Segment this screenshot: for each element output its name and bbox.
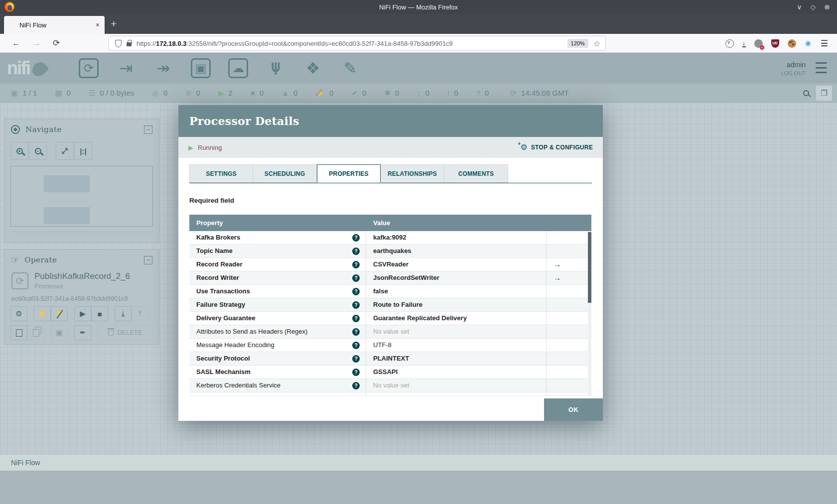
breadcrumb[interactable]: NiFi Flow bbox=[0, 454, 837, 471]
property-value-cell[interactable]: kafka:9092 bbox=[366, 231, 547, 244]
url-bar[interactable]: https://172.18.0.3:32558/nifi/?processGr… bbox=[109, 36, 606, 51]
window-minimize-icon[interactable]: ∨ bbox=[797, 3, 802, 11]
goto-cell[interactable]: → bbox=[547, 271, 588, 284]
property-value-cell[interactable]: CSVReader bbox=[366, 258, 547, 271]
property-row[interactable]: Record Writer?JsonRecordSetWriter→ bbox=[189, 271, 591, 285]
label-icon[interactable]: ✎ bbox=[338, 56, 362, 80]
global-menu-icon[interactable]: ☰ bbox=[815, 61, 828, 76]
property-row[interactable]: Security Protocol?PLAINTEXT bbox=[189, 352, 591, 366]
url-text[interactable]: https://172.18.0.3:32558/nifi/?processGr… bbox=[137, 40, 567, 47]
remote-process-group-icon[interactable]: ☁ bbox=[226, 56, 250, 80]
table-scrollbar[interactable] bbox=[588, 231, 591, 396]
new-tab-button[interactable]: + bbox=[111, 18, 117, 30]
tab-scheduling[interactable]: SCHEDULING bbox=[253, 164, 317, 183]
property-row[interactable]: Use Transactions?false bbox=[189, 285, 591, 298]
forward-button[interactable]: → bbox=[32, 38, 41, 48]
help-icon[interactable]: ? bbox=[352, 288, 360, 295]
process-group-icon[interactable]: ▣ bbox=[189, 56, 213, 80]
help-icon[interactable]: ? bbox=[352, 315, 360, 322]
help-icon[interactable]: ? bbox=[352, 395, 360, 396]
extension-asterisk-icon[interactable]: ✳ bbox=[805, 39, 811, 48]
scrollbar-thumb[interactable] bbox=[588, 232, 591, 303]
help-icon[interactable]: ? bbox=[352, 355, 360, 363]
property-value-cell[interactable]: earthquakes bbox=[366, 245, 547, 257]
property-value-cell[interactable]: false bbox=[366, 285, 547, 298]
property-row[interactable]: Failure Strategy?Route to Failure bbox=[189, 298, 591, 312]
zoom-out-button[interactable]: − bbox=[29, 142, 47, 160]
help-icon[interactable]: ? bbox=[352, 369, 360, 376]
output-port-icon[interactable]: ↠ bbox=[151, 56, 175, 80]
search-icon[interactable] bbox=[803, 90, 809, 96]
bookmark-star-icon[interactable]: ☆ bbox=[593, 39, 600, 48]
zoom-in-button[interactable]: + bbox=[10, 142, 28, 160]
start-button[interactable]: ▶ bbox=[74, 306, 91, 321]
stop-button[interactable]: ■ bbox=[91, 306, 108, 321]
property-value-cell[interactable]: JsonRecordSetWriter bbox=[366, 271, 547, 284]
help-icon[interactable]: ? bbox=[352, 248, 360, 255]
pocket-icon[interactable] bbox=[725, 39, 734, 48]
navigate-collapse-button[interactable]: − bbox=[144, 126, 152, 134]
tracking-protection-shield-icon[interactable] bbox=[115, 40, 122, 47]
input-port-icon[interactable]: ⇥ bbox=[114, 56, 138, 80]
operate-collapse-button[interactable]: − bbox=[144, 256, 152, 264]
window-close-icon[interactable]: ⊗ bbox=[824, 3, 830, 11]
refresh-icon[interactable]: ⟳ bbox=[510, 88, 516, 98]
copy-button[interactable] bbox=[10, 325, 27, 340]
help-icon[interactable]: ? bbox=[352, 342, 360, 349]
bulletin-panel-toggle[interactable]: ❐ bbox=[816, 86, 832, 101]
paste-button[interactable] bbox=[27, 325, 44, 340]
property-row[interactable]: Delivery Guarantee?Guarantee Replicated … bbox=[189, 312, 591, 325]
property-row[interactable]: Kafka Brokers?kafka:9092 bbox=[189, 231, 591, 245]
zoom-actual-button[interactable]: |:| bbox=[74, 142, 92, 160]
tab-close-icon[interactable]: × bbox=[92, 21, 100, 29]
stop-and-configure-button[interactable]: ⚙ STOP & CONFIGURE bbox=[520, 143, 593, 151]
window-maximize-icon[interactable]: ◇ bbox=[810, 3, 816, 11]
configure-button[interactable]: ⚙ bbox=[10, 306, 27, 321]
birdseye-minimap[interactable] bbox=[10, 166, 153, 227]
property-row[interactable]: Message Header Encoding?UTF-8 bbox=[189, 339, 591, 352]
change-color-button[interactable]: ✒ bbox=[74, 325, 91, 340]
page-zoom-badge[interactable]: 120% bbox=[567, 39, 588, 48]
property-value-cell[interactable]: Route to Failure bbox=[366, 298, 547, 311]
save-template-button[interactable]: ⤓ bbox=[115, 306, 132, 321]
funnel-icon[interactable]: ⋔ bbox=[264, 56, 287, 80]
tab-properties[interactable]: PROPERTIES bbox=[317, 164, 381, 183]
enable-button[interactable]: ⚡ bbox=[34, 306, 51, 321]
tab-settings[interactable]: SETTINGS bbox=[189, 164, 253, 183]
processor-icon[interactable]: ⟳ bbox=[77, 56, 101, 80]
template-icon[interactable]: ❖ bbox=[301, 56, 325, 80]
browser-menu-icon[interactable]: ☰ bbox=[821, 38, 828, 49]
delete-button[interactable]: DELETE bbox=[98, 325, 152, 340]
connection-lock-icon[interactable] bbox=[127, 42, 132, 46]
help-icon[interactable]: ? bbox=[352, 301, 360, 309]
property-value-cell[interactable]: No value set bbox=[366, 325, 547, 338]
help-icon[interactable]: ? bbox=[352, 382, 360, 389]
help-icon[interactable]: ? bbox=[352, 261, 360, 268]
help-icon[interactable]: ? bbox=[352, 234, 360, 242]
property-row[interactable]: Attributes to Send as Headers (Regex)?No… bbox=[189, 325, 591, 339]
property-row[interactable]: Topic Name?earthquakes bbox=[189, 245, 591, 258]
property-row[interactable]: SASL Mechanism?GSSAPI bbox=[189, 366, 591, 379]
reload-button[interactable]: ⟳ bbox=[53, 38, 60, 48]
property-value-cell[interactable]: No value set bbox=[366, 392, 547, 396]
property-row[interactable]: Kerberos Service Name?No value set bbox=[189, 392, 591, 396]
back-button[interactable]: ← bbox=[12, 38, 20, 48]
extension-cookie-icon[interactable] bbox=[788, 39, 796, 48]
tab-comments[interactable]: COMMENTS bbox=[444, 164, 508, 183]
property-row[interactable]: Record Reader?CSVReader→ bbox=[189, 258, 591, 271]
logout-link[interactable]: LOG OUT bbox=[781, 70, 806, 76]
help-icon[interactable]: ? bbox=[352, 328, 360, 336]
browser-tab-nifi[interactable]: NiFi Flow × bbox=[4, 16, 105, 34]
property-value-cell[interactable]: Guarantee Replicated Delivery bbox=[366, 312, 547, 325]
group-button[interactable]: ▣ bbox=[51, 325, 68, 340]
extension-mask-icon[interactable] bbox=[754, 39, 763, 48]
property-row[interactable]: Kerberos Credentials Service?No value se… bbox=[189, 379, 591, 392]
ok-button[interactable]: OK bbox=[544, 398, 603, 421]
downloads-icon[interactable]: ↓ bbox=[742, 40, 746, 47]
goto-service-icon[interactable]: → bbox=[554, 260, 561, 268]
property-value-cell[interactable]: UTF-8 bbox=[366, 339, 547, 352]
property-value-cell[interactable]: PLAINTEXT bbox=[366, 352, 547, 365]
goto-service-icon[interactable]: → bbox=[554, 273, 561, 282]
disable-button[interactable]: ⚡ bbox=[51, 306, 68, 321]
breadcrumb-root[interactable]: NiFi Flow bbox=[11, 459, 40, 467]
